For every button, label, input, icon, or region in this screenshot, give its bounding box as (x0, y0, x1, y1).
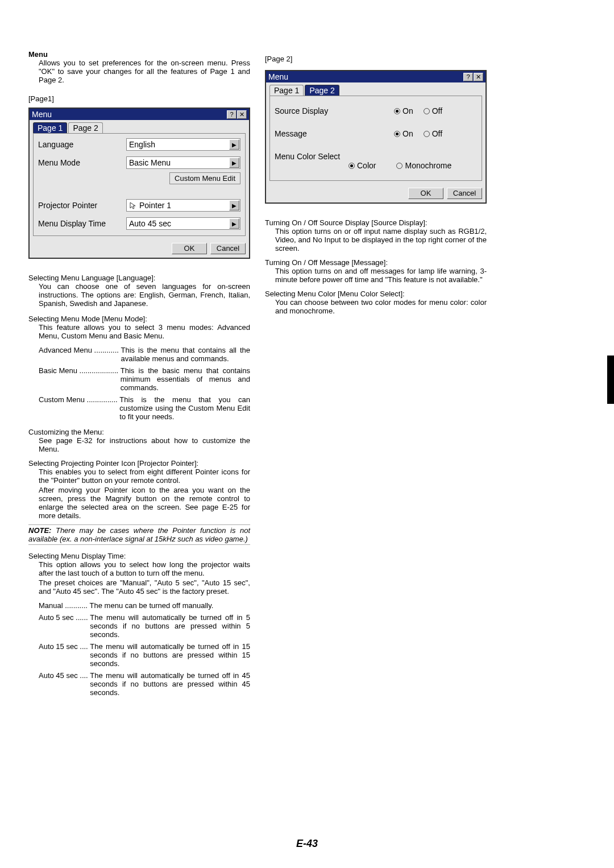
page-number: E-43 (0, 838, 614, 850)
language-combo[interactable]: English ▶ (126, 138, 240, 151)
def-term: Manual ........... (39, 601, 90, 610)
menumode-value: Basic Menu (129, 158, 171, 167)
source-display-label: Source Display (275, 106, 394, 115)
dropdown-arrow-icon[interactable]: ▶ (229, 218, 239, 229)
def-body: The menu will automatically be turned of… (90, 671, 250, 697)
def-body: This is the menu that contains all the a… (121, 346, 250, 363)
def-body: This is the basic menu that contains min… (121, 366, 250, 392)
message-on-radio[interactable]: On (394, 129, 413, 138)
cancel-button[interactable]: Cancel (210, 243, 246, 254)
def-body: The menu will automatically be turned of… (90, 642, 250, 668)
source-display-off-radio[interactable]: Off (424, 106, 442, 115)
def-body: The menu can be turned off manually. (90, 601, 250, 610)
def-term: Basic Menu ................... (39, 366, 121, 392)
def-term: Advanced Menu ............ (39, 346, 121, 363)
custom-menu-edit-button[interactable]: Custom Menu Edit (169, 172, 240, 184)
section-custom-body: See page E-32 for instructions about how… (28, 436, 250, 453)
dropdown-arrow-icon[interactable]: ▶ (229, 158, 239, 168)
section-displaytime-heading: Selecting Menu Display Time: (28, 552, 250, 560)
menu-intro: Allows you to set preferences for the on… (28, 59, 250, 84)
section-mode-body: This feature allows you to select 3 menu… (28, 323, 250, 340)
displaytime-value: Auto 45 sec (129, 219, 171, 228)
pointer-label: Projector Pointer (38, 201, 126, 210)
note-body: There may be cases where the Pointer fun… (28, 526, 250, 543)
ok-button[interactable]: OK (408, 188, 443, 199)
section-source-heading: Turning On / Off Source Display [Source … (265, 218, 487, 227)
note-label: NOTE: (28, 526, 51, 535)
ok-button[interactable]: OK (172, 243, 207, 254)
section-message-heading: Turning On / Off Message [Message]: (265, 258, 487, 267)
pointer-note: NOTE: There may be cases where the Point… (28, 524, 250, 545)
page1-label: [Page1] (28, 94, 250, 103)
help-icon[interactable]: ? (227, 110, 237, 119)
pointer-value: Pointer 1 (139, 201, 171, 210)
radio-icon (424, 131, 430, 137)
menumode-combo[interactable]: Basic Menu ▶ (126, 156, 240, 169)
pointer-cursor-icon (129, 201, 137, 209)
language-value: English (129, 140, 155, 149)
page2-label: [Page 2] (265, 55, 487, 63)
def-term: Auto 45 sec .... (39, 671, 90, 697)
radio-icon (394, 108, 400, 114)
monochrome-radio[interactable]: Monochrome (396, 161, 451, 170)
menumode-label: Menu Mode (38, 158, 126, 167)
section-color-body: You can choose between two color modes f… (265, 298, 487, 315)
section-displaytime-body2: The preset choices are "Manual", "Auto 5… (28, 578, 250, 596)
tab-page1[interactable]: Page 1 (33, 122, 67, 133)
section-pointer-heading: Selecting Projecting Pointer Icon [Proje… (28, 459, 250, 468)
menu-dialog-page1: Menu ? ✕ Page 1 Page 2 Language English … (28, 108, 250, 259)
menu-dialog-page2: Menu ? ✕ Page 1 Page 2 Source Display On… (265, 70, 487, 204)
dropdown-arrow-icon[interactable]: ▶ (229, 200, 239, 210)
dialog-titlebar: Menu ? ✕ (266, 71, 486, 82)
def-body: The menu will automatically be turned of… (90, 613, 250, 639)
displaytime-label: Menu Display Time (38, 219, 126, 228)
radio-icon (396, 163, 403, 169)
section-language-body: You can choose one of seven languages fo… (28, 282, 250, 308)
color-radio[interactable]: Color (349, 161, 376, 170)
radio-icon (394, 131, 400, 137)
section-source-body: This option turns on or off input name d… (265, 227, 487, 253)
dialog-title: Menu (268, 72, 288, 81)
side-tab-marker (607, 356, 614, 404)
def-term: Custom Menu ............... (39, 395, 119, 421)
section-language-heading: Selecting Menu Language [Language]: (28, 274, 250, 282)
section-pointer-body1: This enables you to select from eight di… (28, 468, 250, 485)
language-label: Language (38, 140, 126, 149)
tab-page2[interactable]: Page 2 (68, 122, 102, 133)
radio-icon (349, 163, 355, 169)
section-mode-heading: Selecting Menu Mode [Menu Mode]: (28, 315, 250, 323)
dialog-title: Menu (32, 110, 52, 119)
section-color-heading: Selecting Menu Color [Menu Color Select]… (265, 290, 487, 298)
radio-icon (424, 108, 430, 114)
message-label: Message (275, 129, 394, 138)
menu-heading: Menu (28, 50, 250, 59)
tab-page1[interactable]: Page 1 (269, 85, 304, 96)
message-off-radio[interactable]: Off (424, 129, 442, 138)
close-icon[interactable]: ✕ (474, 73, 483, 81)
pointer-combo[interactable]: Pointer 1 ▶ (126, 199, 240, 212)
source-display-on-radio[interactable]: On (394, 106, 413, 115)
def-body: This is the menu that you can customize … (119, 395, 250, 421)
tab-page2[interactable]: Page 2 (305, 85, 339, 96)
def-term: Auto 5 sec ...... (39, 613, 90, 639)
def-term: Auto 15 sec .... (39, 642, 90, 668)
dropdown-arrow-icon[interactable]: ▶ (229, 139, 239, 150)
displaytime-combo[interactable]: Auto 45 sec ▶ (126, 217, 240, 230)
section-custom-heading: Customizing the Menu: (28, 428, 250, 436)
section-message-body: This option turns on and off messages fo… (265, 267, 487, 284)
section-pointer-body2: After moving your Pointer icon to the ar… (28, 486, 250, 520)
section-displaytime-body1: This option allows you to select how lon… (28, 560, 250, 577)
cancel-button[interactable]: Cancel (447, 188, 482, 199)
dialog-titlebar: Menu ? ✕ (30, 109, 249, 120)
close-icon[interactable]: ✕ (237, 110, 247, 119)
menu-color-label: Menu Color Select (275, 152, 349, 161)
help-icon[interactable]: ? (463, 73, 473, 81)
